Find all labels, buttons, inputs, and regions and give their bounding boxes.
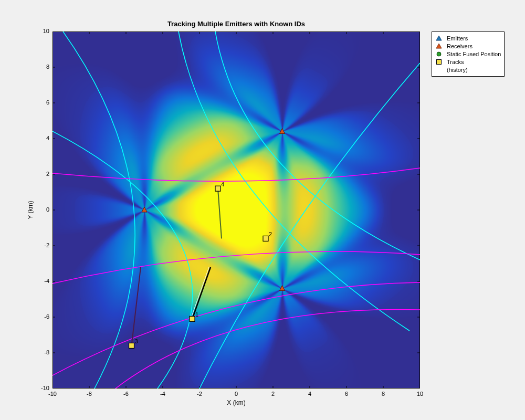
track-id-label: 4 (221, 181, 224, 187)
y-tick-label: 4 (34, 135, 49, 141)
track-marker (263, 236, 268, 241)
x-axis-label: X (km) (52, 399, 420, 406)
axes-box (53, 32, 420, 388)
receiver-marker (142, 207, 147, 212)
figure-window: Tracking Multiple Emitters with Known ID… (0, 0, 525, 420)
legend[interactable]: EmittersReceiversStatic Fused PositionTr… (432, 32, 505, 77)
legend-label: Tracks (447, 59, 464, 65)
legend-marker (435, 59, 443, 65)
legend-marker (435, 43, 443, 49)
x-tick-label: 8 (375, 391, 391, 397)
x-tick-label: 10 (412, 391, 428, 397)
y-tick-label: 2 (34, 171, 49, 177)
x-tick-label: -4 (155, 391, 171, 397)
receiver-marker (280, 286, 285, 291)
track-marker (190, 316, 195, 321)
x-tick-label: -8 (81, 391, 97, 397)
legend-label: Static Fused Position (447, 51, 501, 57)
y-tick-label: -10 (34, 385, 49, 391)
track-id-label: 1 (195, 311, 198, 318)
svg-point-50 (437, 52, 441, 56)
y-tick-label: 6 (34, 99, 49, 106)
y-tick-label: -8 (34, 349, 49, 355)
receivers-markers (142, 128, 285, 290)
y-tick-label: -6 (34, 313, 49, 320)
chart-title: Tracking Multiple Emitters with Known ID… (52, 20, 420, 28)
x-tick-label: -2 (192, 391, 207, 397)
svg-line-46 (132, 267, 141, 346)
legend-item: (history) (435, 66, 501, 74)
svg-rect-51 (437, 60, 442, 65)
svg-marker-49 (436, 44, 442, 48)
svg-marker-48 (436, 36, 442, 40)
tdoa-curves-magenta (52, 168, 420, 388)
tracks-markers (129, 186, 269, 348)
tick-marks (52, 32, 420, 388)
legend-label: (history) (447, 67, 468, 73)
x-tick-label: 2 (265, 391, 281, 397)
track-marker (129, 343, 134, 348)
legend-item: Emitters (435, 35, 501, 42)
legend-item: Receivers (435, 43, 501, 50)
track-id-label: 3 (135, 338, 138, 344)
x-tick-label: 0 (228, 391, 244, 397)
legend-label: Receivers (447, 43, 472, 49)
y-tick-label: -4 (34, 278, 49, 284)
y-tick-label: -2 (34, 242, 49, 248)
overlay-svg (52, 32, 420, 388)
svg-line-47 (218, 188, 222, 238)
track-marker (215, 186, 220, 191)
legend-item: Tracks (435, 58, 501, 66)
legend-marker (435, 35, 443, 41)
x-tick-label: 4 (302, 391, 318, 397)
tdoa-curves-cyan (52, 32, 420, 388)
x-tick-label: 6 (339, 391, 354, 397)
track-id-label: 2 (269, 231, 272, 237)
legend-marker (435, 51, 443, 57)
svg-line-45 (191, 267, 209, 319)
y-tick-label: 0 (34, 206, 49, 213)
legend-item: Static Fused Position (435, 50, 501, 58)
axes[interactable]: 1234 (52, 32, 420, 388)
legend-label: Emitters (447, 35, 468, 41)
y-tick-label: 8 (34, 64, 49, 70)
receiver-marker (280, 128, 285, 133)
x-tick-label: -6 (118, 391, 134, 397)
legend-marker (435, 67, 443, 73)
x-tick-label: -10 (45, 391, 60, 397)
y-tick-label: 10 (34, 28, 49, 34)
